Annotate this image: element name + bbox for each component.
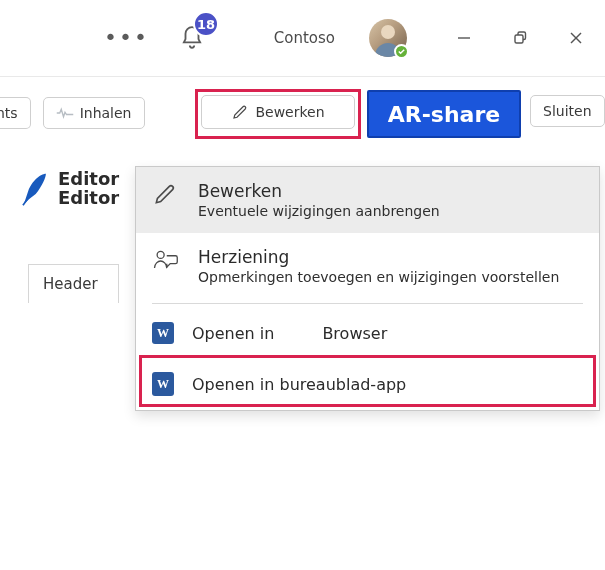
- avatar[interactable]: [369, 19, 407, 57]
- editor-panel[interactable]: Editor Editor: [20, 170, 119, 208]
- editor-title: Editor Editor: [58, 170, 119, 208]
- word-icon: [152, 372, 174, 396]
- menu-item-edit[interactable]: Bewerken Eventuele wijzigingen aanbrenge…: [136, 167, 599, 233]
- feather-icon: [20, 172, 48, 206]
- header-section-tab[interactable]: Header: [28, 264, 119, 303]
- open-in-browser-label: Browser: [322, 324, 387, 343]
- window-controls: [455, 29, 585, 47]
- open-in-prefix: Openen in: [192, 324, 274, 343]
- document-toolbar: nts Inhalen Bewerken AR-share Sluiten: [0, 76, 605, 156]
- org-name: Contoso: [274, 29, 335, 47]
- menu-item-edit-title: Bewerken: [198, 181, 583, 201]
- menu-item-review[interactable]: Herziening Opmerkingen toevoegen en wijz…: [136, 233, 599, 299]
- truncated-button[interactable]: nts: [0, 97, 31, 129]
- restore-button[interactable]: [511, 29, 529, 47]
- edit-dropdown-menu: Bewerken Eventuele wijzigingen aanbrenge…: [135, 166, 600, 411]
- catchup-button[interactable]: Inhalen: [43, 97, 145, 129]
- pencil-icon: [231, 103, 249, 121]
- presence-available-icon: [394, 44, 409, 59]
- notifications-badge: 18: [193, 11, 219, 37]
- menu-item-edit-sub: Eventuele wijzigingen aanbrengen: [198, 203, 583, 219]
- svg-point-4: [157, 251, 164, 258]
- menu-item-open-desktop[interactable]: Openen in bureaublad-app: [136, 358, 599, 410]
- menu-item-review-sub: Opmerkingen toevoegen en wijzigingen voo…: [198, 269, 583, 285]
- word-icon: [152, 322, 174, 344]
- more-icon[interactable]: •••: [104, 27, 149, 49]
- title-bar-left-group: ••• 18: [0, 21, 209, 55]
- pencil-icon: [152, 181, 178, 207]
- share-button-label: AR-share: [388, 102, 500, 127]
- header-section-label: Header: [43, 275, 98, 293]
- edit-button-label: Bewerken: [255, 104, 324, 120]
- svg-rect-1: [515, 35, 523, 43]
- editor-line2: Editor: [58, 189, 119, 208]
- menu-item-open-browser[interactable]: Openen in Browser: [136, 308, 599, 358]
- close-document-button[interactable]: Sluiten: [530, 95, 605, 127]
- open-desktop-label: Openen in bureaublad-app: [192, 375, 406, 394]
- menu-item-review-title: Herziening: [198, 247, 583, 267]
- review-icon: [151, 247, 179, 275]
- pulse-icon: [56, 106, 74, 120]
- catchup-label: Inhalen: [80, 105, 132, 121]
- close-document-label: Sluiten: [543, 103, 592, 119]
- edit-button[interactable]: Bewerken: [201, 95, 355, 129]
- notifications-button[interactable]: 18: [175, 21, 209, 55]
- share-button[interactable]: AR-share: [367, 90, 521, 138]
- truncated-button-label: nts: [0, 105, 18, 121]
- menu-separator: [152, 303, 583, 304]
- close-window-button[interactable]: [567, 29, 585, 47]
- title-bar: ••• 18 Contoso: [0, 0, 605, 76]
- minimize-button[interactable]: [455, 29, 473, 47]
